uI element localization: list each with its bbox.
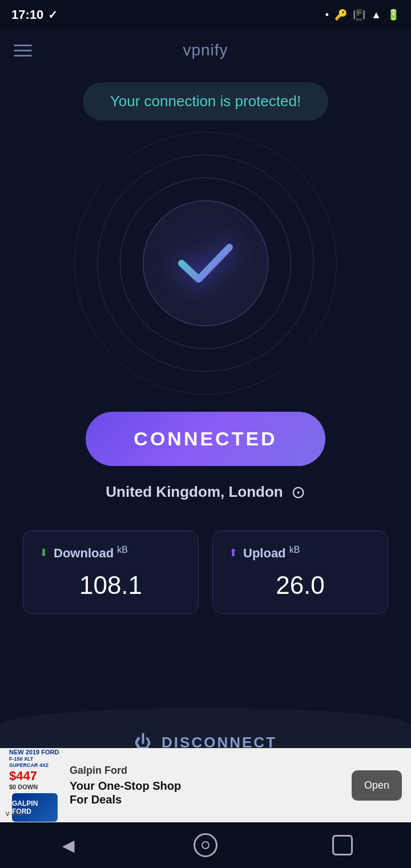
check-icon: ✓ bbox=[48, 8, 58, 22]
status-bar: 17:10 ✓ • 🔑 📳 ▲ 🔋 bbox=[0, 0, 411, 30]
dot-icon: • bbox=[325, 9, 329, 21]
wifi-icon: ▲ bbox=[371, 9, 381, 21]
main-content: Your connection is protected! CONNECTED … bbox=[0, 71, 411, 822]
ad-brand: Galpin Ford bbox=[70, 765, 342, 777]
key-icon: 🔑 bbox=[335, 9, 347, 21]
ad-banner: ∨ Ad NEW 2019 FORD F-150 XLT SUPERCAR 4X… bbox=[0, 748, 411, 822]
checkmark-container bbox=[171, 229, 240, 298]
download-label: Download kB bbox=[54, 545, 128, 561]
upload-value: 26.0 bbox=[229, 571, 372, 600]
download-value: 108.1 bbox=[39, 571, 182, 600]
upload-header: ⬆ Upload kB bbox=[229, 545, 372, 561]
ad-price-4: $0 DOWN bbox=[9, 783, 61, 791]
hamburger-line-1 bbox=[14, 45, 32, 46]
ad-content: Galpin Ford Your One-Stop Shop For Deals bbox=[70, 765, 342, 806]
checkmark-icon bbox=[171, 229, 240, 298]
home-circle-inner bbox=[202, 841, 209, 849]
hamburger-button[interactable] bbox=[14, 45, 32, 57]
ad-price-3: $447 bbox=[9, 769, 61, 783]
vibrate-icon: 📳 bbox=[353, 9, 365, 21]
nav-back-button[interactable]: ◀ bbox=[46, 828, 91, 862]
upload-icon: ⬆ bbox=[229, 546, 237, 559]
download-icon: ⬇ bbox=[39, 546, 48, 559]
nav-home-button[interactable] bbox=[183, 828, 228, 862]
nav-recents-button[interactable] bbox=[320, 828, 365, 862]
connected-button[interactable]: CONNECTED bbox=[86, 412, 325, 466]
status-time: 17:10 ✓ bbox=[11, 7, 58, 22]
status-icons: • 🔑 📳 ▲ 🔋 bbox=[325, 9, 400, 21]
app-header: vpnify bbox=[0, 30, 411, 71]
hamburger-line-2 bbox=[14, 50, 32, 51]
back-icon: ◀ bbox=[62, 836, 75, 855]
location-text: United Kingdom, London bbox=[106, 483, 283, 501]
download-card: ⬇ Download kB 108.1 bbox=[23, 531, 199, 614]
ad-label: ∨ Ad bbox=[5, 809, 22, 818]
home-circle-icon bbox=[194, 833, 217, 857]
ad-chevron-icon: ∨ bbox=[5, 809, 10, 818]
battery-icon: 🔋 bbox=[387, 9, 400, 21]
location-row: United Kingdom, London ⊙ bbox=[106, 482, 305, 502]
download-header: ⬇ Download kB bbox=[39, 545, 182, 561]
hamburger-line-3 bbox=[14, 55, 32, 57]
protection-badge: Your connection is protected! bbox=[83, 82, 328, 120]
ad-price-2: F-150 XLT SUPERCAR 4X2 bbox=[9, 756, 61, 769]
nav-bar: ◀ bbox=[0, 822, 411, 868]
stats-row: ⬇ Download kB 108.1 ⬆ Upload kB 26.0 bbox=[23, 531, 388, 614]
recents-icon bbox=[332, 835, 353, 855]
upload-label: Upload kB bbox=[243, 545, 300, 561]
protection-text: Your connection is protected! bbox=[110, 93, 301, 110]
upload-card: ⬆ Upload kB 26.0 bbox=[212, 531, 388, 614]
ad-headline: Your One-Stop Shop For Deals bbox=[70, 779, 342, 806]
location-icon[interactable]: ⊙ bbox=[291, 482, 305, 502]
ad-price-1: NEW 2019 FORD bbox=[9, 749, 61, 756]
clock: 17:10 bbox=[11, 7, 43, 22]
app-title: vpnify bbox=[183, 41, 228, 59]
connected-label: CONNECTED bbox=[134, 428, 277, 449]
ad-open-button[interactable]: Open bbox=[352, 770, 402, 801]
circle-animation bbox=[74, 132, 337, 395]
ad-text: Ad bbox=[13, 809, 22, 818]
